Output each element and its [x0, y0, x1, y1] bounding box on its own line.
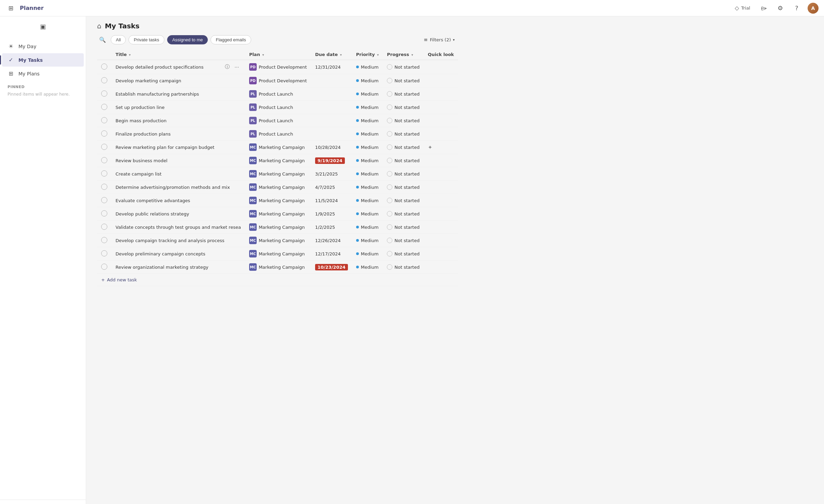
table-row[interactable]: Develop campaign tracking and analysis p… — [97, 234, 458, 247]
task-title-9[interactable]: Determine advertising/promotion methods … — [116, 185, 241, 190]
task-title-0[interactable]: Develop detailed product specifications — [116, 65, 220, 70]
task-progress-cell-14[interactable]: Not started — [383, 247, 423, 261]
task-plan-cell-8[interactable]: MCMarketing Campaign — [245, 167, 311, 181]
task-title-11[interactable]: Develop public relations strategy — [116, 211, 241, 216]
task-checkbox-10[interactable] — [101, 197, 107, 203]
task-progress-cell-8[interactable]: Not started — [383, 167, 423, 181]
col-plan[interactable]: Plan ▾ — [245, 49, 311, 60]
table-row[interactable]: Evaluate competitive advantagesMCMarketi… — [97, 194, 458, 207]
task-progress-cell-6[interactable]: Not started — [383, 141, 423, 154]
table-row[interactable]: Develop marketing campaignPDProduct Deve… — [97, 74, 458, 87]
table-row[interactable]: Review marketing plan for campaign budge… — [97, 141, 458, 154]
task-checkbox-0[interactable] — [101, 64, 107, 70]
add-task-row[interactable]: +Add new task — [97, 274, 458, 286]
col-title[interactable]: Title ▾ — [111, 49, 245, 60]
tab-assigned-to-me[interactable]: Assigned to me — [167, 35, 208, 44]
task-priority-cell-0[interactable]: Medium — [352, 60, 383, 74]
task-due-date-cell-11[interactable]: 1/9/2025 — [311, 207, 352, 221]
task-priority-cell-12[interactable]: Medium — [352, 221, 383, 234]
task-progress-cell-3[interactable]: Not started — [383, 101, 423, 114]
table-row[interactable]: Review business modelMCMarketing Campaig… — [97, 154, 458, 167]
table-row[interactable]: Develop detailed product specificationsⓘ… — [97, 60, 458, 74]
table-row[interactable]: Develop preliminary campaign conceptsMCM… — [97, 247, 458, 261]
task-due-date-cell-5[interactable] — [311, 127, 352, 141]
task-plan-cell-4[interactable]: PLProduct Launch — [245, 114, 311, 127]
task-plan-cell-12[interactable]: MCMarketing Campaign — [245, 221, 311, 234]
tab-private-tasks[interactable]: Private tasks — [129, 35, 164, 44]
table-row[interactable]: Finalize production plansPLProduct Launc… — [97, 127, 458, 141]
sidebar-toggle[interactable]: ▣ — [4, 19, 82, 33]
task-progress-cell-10[interactable]: Not started — [383, 194, 423, 207]
task-checkbox-9[interactable] — [101, 184, 107, 190]
task-plan-cell-1[interactable]: PDProduct Development — [245, 74, 311, 87]
task-due-date-cell-8[interactable]: 3/21/2025 — [311, 167, 352, 181]
task-progress-cell-15[interactable]: Not started — [383, 261, 423, 274]
task-plan-cell-11[interactable]: MCMarketing Campaign — [245, 207, 311, 221]
task-checkbox-7[interactable] — [101, 157, 107, 163]
task-title-13[interactable]: Develop campaign tracking and analysis p… — [116, 238, 241, 243]
col-due-date[interactable]: Due date ▾ — [311, 49, 352, 60]
task-checkbox-1[interactable] — [101, 77, 107, 83]
task-priority-cell-15[interactable]: Medium — [352, 261, 383, 274]
task-plan-cell-9[interactable]: MCMarketing Campaign — [245, 181, 311, 194]
task-priority-cell-2[interactable]: Medium — [352, 87, 383, 101]
task-priority-cell-9[interactable]: Medium — [352, 181, 383, 194]
table-row[interactable]: Develop public relations strategyMCMarke… — [97, 207, 458, 221]
task-due-date-cell-3[interactable] — [311, 101, 352, 114]
task-priority-cell-11[interactable]: Medium — [352, 207, 383, 221]
task-priority-cell-13[interactable]: Medium — [352, 234, 383, 247]
task-priority-cell-7[interactable]: Medium — [352, 154, 383, 167]
task-due-date-cell-7[interactable]: 9/19/2024 — [311, 154, 352, 167]
task-progress-cell-0[interactable]: Not started — [383, 60, 423, 74]
task-due-date-cell-9[interactable]: 4/7/2025 — [311, 181, 352, 194]
table-row[interactable]: Determine advertising/promotion methods … — [97, 181, 458, 194]
task-checkbox-13[interactable] — [101, 237, 107, 243]
table-row[interactable]: Review organizational marketing strategy… — [97, 261, 458, 274]
task-plan-cell-3[interactable]: PLProduct Launch — [245, 101, 311, 114]
task-priority-cell-6[interactable]: Medium — [352, 141, 383, 154]
table-row[interactable]: Create campaign listMCMarketing Campaign… — [97, 167, 458, 181]
table-row[interactable]: Validate concepts through test groups an… — [97, 221, 458, 234]
quick-look-icon-6[interactable]: ✦ — [428, 144, 432, 151]
share-icon[interactable]: ⌲ — [758, 3, 769, 14]
settings-icon[interactable]: ⚙ — [775, 3, 786, 14]
task-priority-cell-4[interactable]: Medium — [352, 114, 383, 127]
avatar[interactable]: A — [808, 3, 819, 14]
filters-button[interactable]: ≡ Filters (2) ▾ — [420, 35, 458, 44]
sidebar-item-my-tasks[interactable]: ✓ My Tasks — [2, 53, 84, 67]
task-progress-cell-11[interactable]: Not started — [383, 207, 423, 221]
task-title-5[interactable]: Finalize production plans — [116, 131, 241, 137]
task-title-1[interactable]: Develop marketing campaign — [116, 78, 241, 83]
task-due-date-cell-15[interactable]: 10/23/2024 — [311, 261, 352, 274]
task-priority-cell-1[interactable]: Medium — [352, 74, 383, 87]
task-plan-cell-7[interactable]: MCMarketing Campaign — [245, 154, 311, 167]
task-info-button[interactable]: ⓘ — [223, 63, 231, 71]
task-title-15[interactable]: Review organizational marketing strategy — [116, 265, 241, 270]
task-progress-cell-13[interactable]: Not started — [383, 234, 423, 247]
task-checkbox-8[interactable] — [101, 170, 107, 177]
col-priority[interactable]: Priority ▾ — [352, 49, 383, 60]
table-row[interactable]: Begin mass productionPLProduct LaunchMed… — [97, 114, 458, 127]
task-due-date-cell-2[interactable] — [311, 87, 352, 101]
task-progress-cell-5[interactable]: Not started — [383, 127, 423, 141]
task-checkbox-11[interactable] — [101, 210, 107, 216]
task-progress-cell-9[interactable]: Not started — [383, 181, 423, 194]
task-plan-cell-14[interactable]: MCMarketing Campaign — [245, 247, 311, 261]
task-priority-cell-5[interactable]: Medium — [352, 127, 383, 141]
task-title-6[interactable]: Review marketing plan for campaign budge… — [116, 145, 241, 150]
help-icon[interactable]: ? — [791, 3, 802, 14]
task-due-date-cell-6[interactable]: 10/28/2024 — [311, 141, 352, 154]
task-checkbox-15[interactable] — [101, 264, 107, 270]
task-more-button[interactable]: ⋯ — [233, 63, 241, 71]
task-due-date-cell-1[interactable] — [311, 74, 352, 87]
task-checkbox-5[interactable] — [101, 130, 107, 137]
task-checkbox-2[interactable] — [101, 90, 107, 97]
task-title-8[interactable]: Create campaign list — [116, 171, 241, 177]
task-title-12[interactable]: Validate concepts through test groups an… — [116, 225, 241, 230]
sidebar-item-my-day[interactable]: ☀ My Day — [2, 40, 84, 53]
waffle-icon[interactable]: ⊞ — [5, 3, 16, 14]
sidebar-item-my-plans[interactable]: ⊞ My Plans — [2, 67, 84, 80]
task-title-10[interactable]: Evaluate competitive advantages — [116, 198, 241, 203]
task-progress-cell-12[interactable]: Not started — [383, 221, 423, 234]
task-plan-cell-5[interactable]: PLProduct Launch — [245, 127, 311, 141]
